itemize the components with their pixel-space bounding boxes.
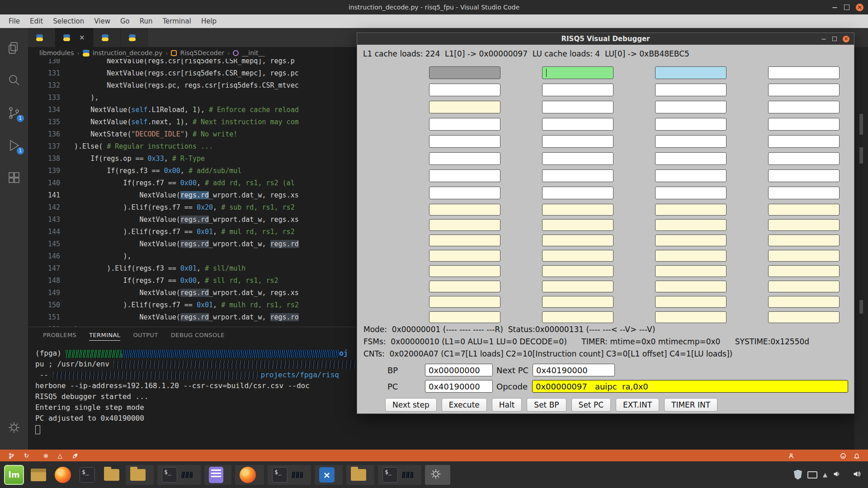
run-debug-icon[interactable]: 1 [7,138,21,153]
register-field-ze(x0)[interactable] [429,66,500,79]
task--flwstw-[interactable] [204,465,231,485]
status-bell[interactable] [850,450,863,461]
register-field-ft6(f6)[interactable] [655,219,726,231]
panel-tab-problems[interactable]: PROBLEMS [43,332,76,341]
menu-item-run[interactable]: Run [136,16,157,27]
task--l-[interactable]: $_ [268,465,311,485]
breadcrumb-item[interactable]: instruction_decode.py [93,49,163,56]
status-python-3-8-5-64-bit[interactable] [33,450,40,461]
register-field-t3(x28)[interactable] [429,187,500,199]
ext-int-button[interactable]: EXT.INT [616,398,659,412]
status-sync[interactable]: ↻ [20,450,33,461]
register-field-s3(x19)[interactable] [768,135,840,148]
opcode-field[interactable]: 0x00000097 auipc ra,0x0 [532,380,848,393]
status-0[interactable]: △ [54,450,68,461]
register-field-fs9(f25)[interactable] [542,296,613,308]
tab-instruction_decode.py[interactable]: × [55,28,94,47]
halt-button[interactable]: Halt [492,398,522,412]
register-field-ra(x1)[interactable] [542,66,613,79]
register-field-fs7(f23)[interactable] [768,281,840,292]
register-field-a4(x14)[interactable] [655,118,726,131]
register-field-s5(x21)[interactable] [542,152,613,165]
register-field-s7(x23)[interactable] [768,152,840,165]
register-field-s9(x25)[interactable] [542,169,613,182]
display-icon[interactable] [807,471,817,479]
speaker-icon[interactable] [853,469,862,480]
status-master-[interactable] [5,450,20,461]
register-field-fs5(f21)[interactable] [542,281,613,292]
task-instruc-[interactable]: × [315,465,343,485]
search-icon[interactable] [7,73,21,88]
status-python-current-file-risq5-fpu-[interactable] [68,450,84,461]
launcher-window[interactable] [28,465,49,485]
register-field-t4(x29)[interactable] [542,187,613,199]
status-lf[interactable] [822,450,829,461]
launcher-terminal[interactable]: $_ [77,465,98,485]
register-field-s2(x18)[interactable] [655,135,726,148]
tab-risq5_imf.py[interactable] [28,28,55,47]
extensions-icon[interactable] [7,171,21,185]
task-source[interactable] [346,465,374,485]
status-utf-8[interactable] [815,450,822,461]
debugger-maximize-icon[interactable] [832,37,837,41]
status-ln-141-col-46-7-selected-[interactable] [800,450,807,461]
register-field-ft0(f0)[interactable] [429,204,500,216]
panel-tab-debug-console[interactable]: DEBUG CONSOLE [171,332,225,341]
register-field-ft3(f3)[interactable] [768,204,840,216]
launcher-mint[interactable]: lm [4,465,24,485]
register-field-a2(x12)[interactable] [429,118,500,131]
breadcrumb-item[interactable]: libmodules [39,49,74,56]
register-field-fs0(f8)[interactable] [429,235,500,246]
register-field-a3(x13)[interactable] [542,118,613,131]
register-field-fs4(f20)[interactable] [429,281,500,292]
source-control-icon[interactable]: 1 [7,106,21,120]
close-icon[interactable]: × [856,4,863,11]
register-field-ft2(f2)[interactable] [655,204,726,216]
shield-icon[interactable] [794,470,802,480]
tab-register_[interactable] [121,28,148,47]
register-field-ft8(f28)[interactable] [429,311,500,323]
bp-field[interactable]: 0x00000000 [425,364,493,376]
debugger-titlebar[interactable]: RISQ5 Visual Debugger − × [357,33,854,45]
register-field-fa0(f10)[interactable] [655,235,726,246]
next-step-button[interactable]: Next step [385,398,437,412]
menu-item-terminal[interactable]: Terminal [159,16,195,27]
scrollbar-thumb[interactable] [859,114,863,135]
register-field-fa7(f17)[interactable] [542,265,613,277]
register-field-ft7(f7)[interactable] [768,219,840,231]
register-field-a6(x16)[interactable] [429,135,500,148]
register-field-fa2(f12)[interactable] [429,250,500,262]
register-field-ft4(f4)[interactable] [429,219,500,231]
register-field-ft5(f5)[interactable] [542,219,613,231]
register-field-ft11(f31)[interactable] [768,311,840,323]
register-field-gp(x3)[interactable] [768,66,840,79]
explorer-icon[interactable] [7,41,21,55]
next-pc-field[interactable]: 0x40190000 [533,364,615,376]
register-field-fs10(f26)[interactable] [655,296,726,308]
breadcrumb-item[interactable]: Risq5Decoder [180,49,224,56]
register-field-s6(x22)[interactable] [655,152,726,165]
menu-item-go[interactable]: Go [116,16,134,27]
pc-field[interactable]: 0x40190000 [425,380,493,393]
debugger-close-icon[interactable]: × [843,36,849,42]
editor-scrollbar[interactable] [854,47,868,450]
register-field-t0(x5)[interactable] [542,84,613,96]
status-python[interactable] [829,450,836,461]
scrollbar-thumb[interactable] [859,300,863,314]
register-field-t2(x7)[interactable] [768,84,840,96]
debugger-minimize-icon[interactable]: − [821,35,826,42]
register-field-fs8(f24)[interactable] [429,296,500,308]
register-field-s10(x26)[interactable] [655,169,726,182]
register-field-fs6(f22)[interactable] [655,281,726,292]
register-field-sp(x2)[interactable] [655,66,726,79]
menu-item-selection[interactable]: Selection [49,16,88,27]
task--neopi-[interactable] [126,465,154,485]
menu-item-file[interactable]: File [5,16,24,27]
register-field-a5(x15)[interactable] [768,118,840,131]
register-field-fp(x8)[interactable] [429,101,500,113]
register-field-a0(x10)[interactable] [655,101,726,113]
status-0[interactable]: ⊗ [40,450,54,461]
set-pc-button[interactable]: Set PC [571,398,611,412]
volume-icon[interactable] [833,469,842,480]
task-risq5-[interactable] [425,465,450,485]
